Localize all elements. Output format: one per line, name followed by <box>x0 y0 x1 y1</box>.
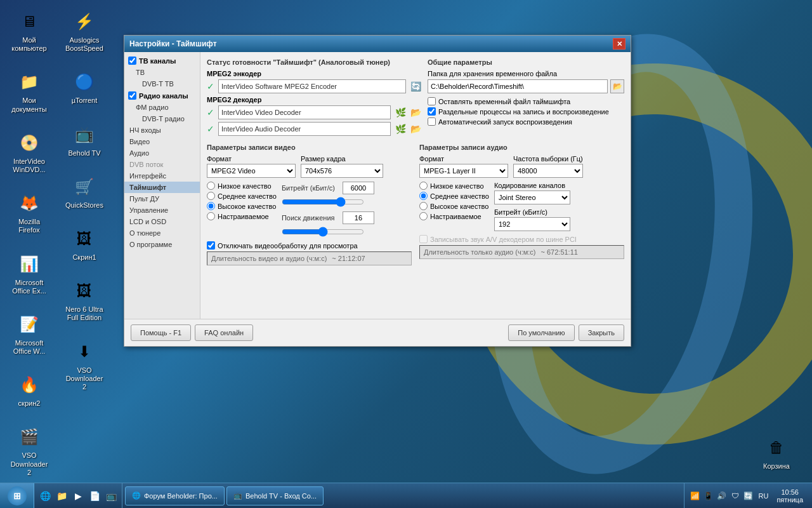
sidebar-item-video[interactable]: Видео <box>124 136 200 147</box>
sidebar-item-tv[interactable]: ТВ <box>124 67 200 78</box>
sidebar-item-radio-channels[interactable]: Радио каналы <box>124 90 200 102</box>
video-bitrate-slider[interactable] <box>282 197 364 207</box>
start-button[interactable]: ⊞ <box>0 483 34 509</box>
audio-medium-quality-row[interactable]: Среднее качество <box>419 192 489 200</box>
video-decoder-icon2[interactable]: 📂 <box>410 107 421 118</box>
taskbar-doc-icon[interactable]: 📄 <box>88 489 102 503</box>
desktop-icon-my-docs[interactable]: 📁 Мои документы <box>6 67 52 116</box>
default-button[interactable]: По умолчанию <box>508 324 574 341</box>
sidebar-item-audio[interactable]: Аудио <box>124 147 200 159</box>
sidebar-item-hf-inputs[interactable]: НЧ входы <box>124 124 200 136</box>
taskbar-app-forum[interactable]: 🌐 Форум Beholder: Про... <box>125 486 225 505</box>
desktop-icon-behold[interactable]: 📺 Behold TV <box>62 119 107 160</box>
motion-slider[interactable] <box>282 227 364 237</box>
help-button[interactable]: Помощь - F1 <box>131 324 191 341</box>
encoder-label: MPEG2 энкодер <box>207 70 421 77</box>
separate-proc-checkbox[interactable] <box>428 107 436 116</box>
taskbar-behold-small-icon[interactable]: 📺 <box>104 489 118 503</box>
audio-high-quality-row[interactable]: Высокое качество <box>419 202 489 210</box>
folder-path-input[interactable] <box>428 79 608 93</box>
taskbar-ie-icon[interactable]: 🌐 <box>38 489 52 503</box>
video-high-quality-label: Высокое качество <box>218 203 276 210</box>
desktop-icon-ms-word[interactable]: 📝 Microsoft Office W... <box>6 309 52 358</box>
desktop-icon-skrin1[interactable]: 🖼 Скрин1 <box>62 224 107 264</box>
desktop-icon-intervideo[interactable]: 📀 InterVideo WinDVD... <box>6 128 52 177</box>
audio-low-quality-radio[interactable] <box>419 182 428 190</box>
audio-custom-quality-row[interactable]: Настраиваемое <box>419 212 489 220</box>
video-decoder-icon1[interactable]: 🌿 <box>395 107 406 118</box>
close-dialog-button[interactable]: Закрыть <box>579 324 624 341</box>
audio-medium-quality-radio[interactable] <box>419 192 428 200</box>
video-high-quality-radio[interactable] <box>207 202 215 210</box>
sidebar-item-about-program[interactable]: О программе <box>124 239 200 250</box>
video-high-quality-row[interactable]: Высокое качество <box>207 202 277 210</box>
tray-phone-icon[interactable]: 📱 <box>703 490 714 502</box>
video-format-select[interactable]: MPEG2 Video MPEG1 Video AVI <box>207 164 296 178</box>
disable-processing-checkbox[interactable] <box>207 241 215 250</box>
desktop-icon-auslogics[interactable]: ⚡ Auslogics BoostSpeed <box>62 6 107 55</box>
sidebar-item-dvbt-radio[interactable]: DVB-T радио <box>124 113 200 124</box>
audio-custom-quality-radio[interactable] <box>419 212 428 220</box>
audio-decoder-input[interactable] <box>218 122 391 136</box>
auto-play-checkbox-row[interactable]: Автоматический запуск воспроизведения <box>428 117 624 126</box>
sidebar-item-interface[interactable]: Интерфейс <box>124 170 200 182</box>
sidebar-item-timeshift[interactable]: Таймшифт <box>124 182 200 193</box>
browse-folder-button[interactable]: 📂 <box>610 79 624 93</box>
desktop-icon-ms-ex[interactable]: 📊 Microsoft Office Ex... <box>6 249 52 298</box>
desktop-icon-my-computer[interactable]: 🖥 Мой компьютер <box>6 6 52 55</box>
tray-sound-icon[interactable]: 🔊 <box>716 490 728 502</box>
channel-coding-select[interactable]: Joint Stereo Stereo Mono <box>494 190 570 204</box>
tray-update-icon[interactable]: 🔄 <box>743 490 754 502</box>
separate-proc-checkbox-row[interactable]: Раздельные процессы на запись и воспроиз… <box>428 107 624 116</box>
desktop-icon-firefox[interactable]: 🦊 Mozilla Firefox <box>6 188 52 237</box>
taskbar-app-behold[interactable]: 📺 Behold TV - Вход Со... <box>226 486 324 505</box>
tray-security-icon[interactable]: 🛡 <box>730 490 741 502</box>
disable-processing-row[interactable]: Отключать видеообработку для просмотра <box>207 241 412 250</box>
sidebar-item-remote[interactable]: Пульт ДУ <box>124 193 200 204</box>
encoder-reload-icon[interactable]: 🔄 <box>410 81 421 92</box>
desktop-icon-utorrent[interactable]: 🔵 µTorrent <box>62 67 107 107</box>
faq-button[interactable]: FAQ онлайн <box>195 324 253 341</box>
desktop-icon-aimersoft[interactable]: 🎬 VSO Downloader 2 <box>6 422 52 479</box>
motion-input[interactable] <box>343 211 374 224</box>
close-button[interactable]: ✕ <box>613 38 625 50</box>
audio-low-quality-row[interactable]: Низкое качество <box>419 182 489 190</box>
sidebar-item-fm-radio[interactable]: ФМ радио <box>124 102 200 113</box>
tray-network-icon[interactable]: 📶 <box>690 490 701 502</box>
sidebar-item-dvb-stream[interactable]: DVB поток <box>124 159 200 170</box>
video-low-quality-row[interactable]: Низкое качество <box>207 182 277 190</box>
video-custom-quality-radio[interactable] <box>207 212 215 220</box>
taskbar-media-icon[interactable]: ▶ <box>71 489 85 503</box>
audio-high-quality-radio[interactable] <box>419 202 428 210</box>
video-decoder-input[interactable] <box>218 105 391 119</box>
audio-decoder-icon1[interactable]: 🌿 <box>395 123 406 135</box>
desktop-icon-nero[interactable]: 🔥 скрин2 <box>6 370 52 410</box>
video-medium-quality-row[interactable]: Среднее качество <box>207 192 277 200</box>
audio-bitrate-select[interactable]: 192 128 64 <box>494 217 570 231</box>
taskbar-folder-icon[interactable]: 📁 <box>55 489 69 503</box>
radio-channels-checkbox[interactable] <box>128 91 136 100</box>
encoder-input[interactable] <box>218 79 406 93</box>
tray-language[interactable]: RU <box>756 492 771 500</box>
audio-decoder-icon2[interactable]: 📂 <box>410 123 421 135</box>
audio-format-select[interactable]: MPEG-1 Layer II MP3 PCM <box>419 164 508 178</box>
keep-temp-checkbox[interactable] <box>428 97 436 105</box>
video-medium-quality-radio[interactable] <box>207 192 215 200</box>
sidebar-item-tv-channels[interactable]: ТВ каналы <box>124 55 200 67</box>
sidebar-item-about-tuner[interactable]: О тюнере <box>124 227 200 239</box>
video-low-quality-radio[interactable] <box>207 182 215 190</box>
video-custom-quality-row[interactable]: Настраиваемое <box>207 212 277 220</box>
sidebar-item-dvbt-tv[interactable]: DVB-T ТВ <box>124 78 200 90</box>
sample-rate-select[interactable]: 48000 44100 32000 <box>513 164 583 178</box>
sidebar-item-lcd-osd[interactable]: LCD и OSD <box>124 216 200 227</box>
sidebar-item-management[interactable]: Управление <box>124 204 200 216</box>
tv-channels-checkbox[interactable] <box>128 57 136 65</box>
desktop-icon-quickstores[interactable]: 🛒 QuickStores <box>62 171 107 212</box>
video-bitrate-input[interactable] <box>343 182 374 194</box>
desktop-icon-recycle[interactable]: 🗑 Корзина <box>754 432 799 473</box>
auto-play-checkbox[interactable] <box>428 117 436 126</box>
keep-temp-checkbox-row[interactable]: Оставлять временный файл таймшифта <box>428 97 624 105</box>
desktop-icon-vso[interactable]: ⬇ VSO Downloader 2 <box>62 337 107 394</box>
desktop-icon-skrin2[interactable]: 🖼 Nero 6 Ultra Full Edition <box>62 276 107 324</box>
frame-size-select[interactable]: 704x576 352x576 352x288 <box>301 164 383 178</box>
